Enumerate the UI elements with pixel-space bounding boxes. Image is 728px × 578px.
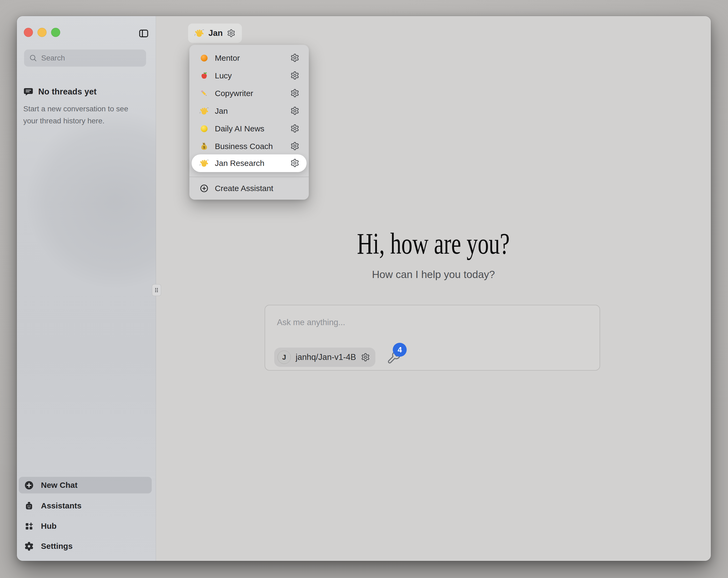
gear-icon: [290, 142, 300, 151]
apple-emoji-icon: [200, 71, 209, 80]
greeting-subtitle: How can I help you today?: [156, 269, 711, 280]
gear-icon: [290, 89, 300, 98]
assistant-settings-button[interactable]: [289, 53, 300, 64]
sidebar-item-assistants[interactable]: Assistants: [19, 498, 152, 514]
tools-count-badge: 4: [393, 343, 407, 357]
assistant-settings-button[interactable]: [289, 88, 300, 99]
assistant-menu-item-jan[interactable]: Jan: [191, 102, 307, 120]
empty-state-title: No threads yet: [38, 87, 97, 97]
wave-emoji-icon: [200, 159, 209, 168]
assistant-settings-button[interactable]: [289, 141, 300, 152]
app-window: Search No threads yet Start a new conver…: [17, 16, 711, 561]
assistant-settings-button[interactable]: [289, 123, 300, 134]
plus-circle-icon: [24, 480, 34, 490]
window-controls: [24, 28, 60, 37]
menu-divider: [189, 177, 309, 177]
sidebar-item-label: New Chat: [41, 481, 78, 490]
assistant-menu-item-business-coach[interactable]: Business Coach: [191, 137, 307, 155]
gear-icon: [24, 541, 34, 551]
sidebar-item-settings[interactable]: Settings: [19, 538, 152, 554]
empty-threads-state: No threads yet Start a new conversation …: [23, 87, 146, 127]
close-window-button[interactable]: [24, 28, 33, 37]
money-bag-emoji-icon: [200, 142, 209, 151]
gear-icon: [290, 158, 300, 168]
gear-icon: [227, 29, 235, 37]
assistant-selector-button[interactable]: Jan: [188, 24, 242, 43]
assistant-settings-button[interactable]: [289, 106, 300, 117]
sidebar-resize-handle[interactable]: [152, 284, 161, 296]
chat-bubble-icon: [23, 87, 33, 97]
yellow-circle-emoji-icon: [200, 124, 209, 133]
assistant-bot-icon: [24, 501, 34, 511]
wave-emoji-icon: [200, 106, 209, 116]
sidebar-item-label: Assistants: [41, 501, 82, 510]
model-selector-button[interactable]: J janhq/Jan-v1-4B: [274, 348, 375, 367]
gear-icon: [290, 71, 300, 80]
empty-state-description: Start a new conversation to see your thr…: [23, 103, 144, 127]
plus-circle-icon: [200, 184, 209, 193]
gear-icon: [290, 53, 300, 62]
wave-emoji-icon: [194, 28, 204, 38]
sidebar: Search No threads yet Start a new conver…: [17, 16, 156, 561]
current-assistant-name: Jan: [208, 28, 223, 38]
search-placeholder: Search: [41, 54, 65, 62]
search-icon: [29, 54, 37, 62]
zoom-window-button[interactable]: [51, 28, 60, 37]
sidebar-toggle-button[interactable]: [137, 27, 151, 41]
assistant-menu: Mentor Lucy Copywriter Jan Daily AI News: [189, 45, 309, 200]
model-avatar: J: [278, 351, 291, 364]
create-assistant-button[interactable]: Create Assistant: [191, 180, 307, 197]
sidebar-panel-icon: [138, 28, 149, 39]
sidebar-item-new-chat[interactable]: New Chat: [19, 477, 152, 494]
minimize-window-button[interactable]: [37, 28, 47, 37]
grip-dots-icon: [153, 286, 160, 294]
tools-button[interactable]: 4: [386, 343, 416, 369]
sidebar-item-label: Hub: [41, 522, 56, 531]
pencil-emoji-icon: [200, 89, 209, 98]
greeting-title: Hi, how are you?: [156, 228, 711, 259]
sidebar-item-label: Settings: [41, 542, 73, 551]
assistant-menu-item-mentor[interactable]: Mentor: [191, 49, 307, 67]
orange-circle-emoji-icon: [200, 53, 209, 62]
greeting: Hi, how are you? How can I help you toda…: [156, 228, 711, 280]
search-input[interactable]: Search: [24, 50, 146, 67]
assistant-settings-button[interactable]: [289, 70, 300, 81]
message-input[interactable]: Ask me anything...: [277, 318, 345, 327]
gear-icon: [290, 124, 300, 133]
sidebar-item-hub[interactable]: Hub: [19, 518, 152, 534]
assistant-menu-item-jan-research[interactable]: Jan Research: [191, 154, 307, 172]
assistant-menu-item-lucy[interactable]: Lucy: [191, 67, 307, 84]
main-area: Jan Mentor Lucy Copywriter Jan: [156, 16, 711, 561]
gear-icon: [290, 106, 300, 115]
assistant-settings-button[interactable]: [289, 158, 300, 169]
assistant-menu-item-copywriter[interactable]: Copywriter: [191, 84, 307, 102]
hub-grid-plus-icon: [24, 521, 34, 531]
model-name: janhq/Jan-v1-4B: [296, 352, 356, 362]
gear-icon: [361, 353, 370, 362]
composer: Ask me anything... J janhq/Jan-v1-4B 4: [265, 305, 600, 371]
assistant-menu-item-daily-ai-news[interactable]: Daily AI News: [191, 120, 307, 137]
